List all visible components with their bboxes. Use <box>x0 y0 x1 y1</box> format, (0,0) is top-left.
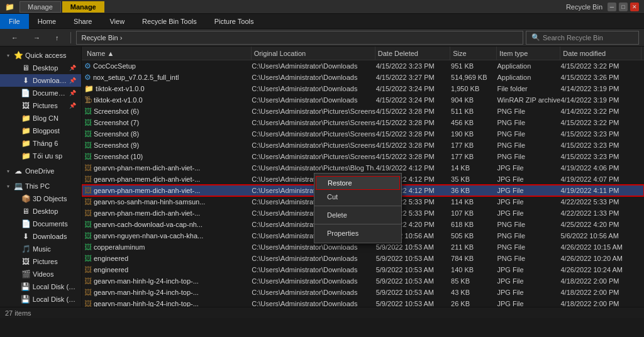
table-row[interactable]: 🖼 engineered C:\Users\Administrator\Down… <box>82 264 644 275</box>
sidebar-item-documents[interactable]: 📄Documents📌 <box>0 87 81 99</box>
cell-type: JPG File <box>497 300 560 307</box>
cell-date-deleted: 4/19/2022 4:12 PM <box>376 164 451 172</box>
cell-type: JPG File <box>497 187 560 194</box>
folder-icon: 📄 <box>21 219 30 228</box>
png-icon: 🖼 <box>84 118 92 127</box>
search-box[interactable]: 🔍 Search Recycle Bin <box>526 31 639 45</box>
menu-recycle-bin-tools[interactable]: Recycle Bin Tools <box>133 14 206 29</box>
cell-location: C:\Users\Administrator\Pictures\Blog Th.… <box>252 164 375 172</box>
sidebar-item-tháng-6[interactable]: 📁Tháng 6 <box>0 137 81 150</box>
jpg-icon: 🖼 <box>84 265 92 274</box>
col-header-date-deleted[interactable]: Date Deleted <box>375 47 451 60</box>
table-row[interactable]: 🖼 Screenshot (9) C:\Users\Administrator\… <box>82 140 644 151</box>
col-header-size[interactable]: Size <box>450 47 497 60</box>
ribbon-back[interactable]: ← <box>5 30 25 45</box>
cell-date-modified: 4/14/2022 3:19 PM <box>560 85 641 92</box>
menu-file[interactable]: File <box>0 14 29 29</box>
tab-manage-1[interactable]: Manage <box>19 1 61 13</box>
sidebar-item-desktop[interactable]: 🖥Desktop📌 <box>0 62 81 74</box>
expand-icon[interactable]: ▾ <box>5 168 11 174</box>
sidebar-item-blog-cn[interactable]: 📁Blog CN <box>0 112 81 124</box>
context-menu-item-properties[interactable]: Properties <box>314 226 401 240</box>
sidebar: ▾⭐Quick access🖥Desktop📌⬇Downloads📌📄Docum… <box>0 47 82 307</box>
sidebar-item-downloads[interactable]: ⬇Downloads <box>0 230 81 243</box>
cell-type: JPG File <box>497 266 560 273</box>
cell-size: 114 KB <box>451 198 497 206</box>
sidebar-item-documents[interactable]: 📄Documents <box>0 218 81 230</box>
sidebar-item-blogpost[interactable]: 📁Blogpost <box>0 124 81 137</box>
sidebar-item-tối-ưu-sp[interactable]: 📁Tối ưu sp <box>0 150 81 162</box>
cell-size: 14 KB <box>451 164 497 172</box>
table-row[interactable]: 🖼 Screenshot (6) C:\Users\Administrator\… <box>82 106 644 117</box>
folder-icon: ⬇ <box>21 76 30 85</box>
cell-type: PNG File <box>497 153 560 160</box>
cell-date-deleted: 4/15/2022 3:28 PM <box>376 130 451 138</box>
sidebar-item-local-disk-c:[interactable]: 💾Local Disk (C:) <box>0 280 81 293</box>
table-row[interactable]: ⚙ nox_setup_v7.0.2.5_full_intl C:\Users\… <box>82 72 644 83</box>
table-row[interactable]: 📁 tiktok-ext-v1.0.0 C:\Users\Administrat… <box>82 83 644 94</box>
menu-picture-tools[interactable]: Picture Tools <box>206 14 263 29</box>
cell-date-modified: 4/15/2022 3:22 PM <box>560 119 641 126</box>
cell-date-modified: 4/25/2022 4:20 PM <box>560 221 641 228</box>
cell-location: C:\Users\Administrator\Downloads <box>252 289 375 296</box>
sidebar-item-music[interactable]: 🎵Music <box>0 243 81 255</box>
table-row[interactable]: 🖼 Screenshot (7) C:\Users\Administrator\… <box>82 117 644 128</box>
table-row[interactable]: 🖼 gearvn-man-hinh-lg-24-inch-top-... C:\… <box>82 287 644 298</box>
col-header-name[interactable]: Name ▲ <box>84 47 252 60</box>
sidebar-item-local-disk-d:[interactable]: 💾Local Disk (D:) <box>0 293 81 306</box>
sidebar-item-downloads[interactable]: ⬇Downloads📌 <box>0 74 81 87</box>
cell-date-modified: 4/15/2022 3:22 PM <box>560 62 641 70</box>
context-menu-item-restore[interactable]: Restore <box>316 176 400 190</box>
sidebar-item-onedrive[interactable]: ▾☁OneDrive <box>0 165 81 177</box>
menu-view[interactable]: View <box>101 14 133 29</box>
app-icon: 📁 <box>5 3 14 11</box>
table-row[interactable]: 🖼 gearvn-man-hinh-lg-24-inch-top-... C:\… <box>82 298 644 307</box>
sidebar-item-desktop[interactable]: 🖥Desktop <box>0 205 81 218</box>
table-row[interactable]: 🖼 engineered C:\Users\Administrator\Down… <box>82 253 644 264</box>
table-row[interactable]: 🖼 gearvn-phan-mem-dich-anh-viet-... C:\U… <box>82 162 644 174</box>
pin-icon: 📌 <box>69 90 76 96</box>
menu-share[interactable]: Share <box>65 14 101 29</box>
cell-location: C:\Users\Administrator\Pictures\Screens.… <box>252 141 375 149</box>
sidebar-item-pictures[interactable]: 🖼Pictures📌 <box>0 99 81 112</box>
ribbon-forward[interactable]: → <box>27 30 47 45</box>
context-menu-item-cut[interactable]: Cut <box>314 190 401 204</box>
cell-size: 784 KB <box>451 255 497 262</box>
expand-icon[interactable]: ▾ <box>5 52 11 58</box>
menu-home[interactable]: Home <box>29 14 65 29</box>
address-path[interactable]: Recycle Bin › <box>76 31 524 45</box>
maximize-button[interactable]: □ <box>619 3 628 11</box>
cell-type: PNG File <box>497 232 560 240</box>
cell-location: C:\Users\Administrator\Downloads <box>252 62 375 70</box>
sidebar-label: OneDrive <box>25 167 54 175</box>
sidebar-item-pictures[interactable]: 🖼Pictures <box>0 255 81 268</box>
sidebar-item-this-pc[interactable]: ▾💻This PC <box>0 180 81 192</box>
jpg-icon: 🖼 <box>84 299 92 307</box>
col-header-date-modified[interactable]: Date modified <box>560 47 641 60</box>
status-bar: 27 items <box>0 307 644 318</box>
table-row[interactable]: 🗜 tiktok-ext-v1.0.0 C:\Users\Administrat… <box>82 94 644 106</box>
tab-manage-2[interactable]: Manage <box>62 1 104 13</box>
sidebar-label: Tối ưu sp <box>33 152 62 160</box>
cell-date-modified: 4/18/2022 2:00 PM <box>560 277 641 285</box>
sidebar-item-quick-access[interactable]: ▾⭐Quick access <box>0 49 81 62</box>
folder-icon: 💻 <box>14 182 23 191</box>
table-row[interactable]: 🖼 gearvn-man-hinh-lg-24-inch-top-... C:\… <box>82 275 644 287</box>
context-menu-item-delete[interactable]: Delete <box>314 208 401 222</box>
expand-icon[interactable]: ▾ <box>5 183 11 189</box>
cell-location: C:\Users\Administrator\Downloads <box>252 300 375 307</box>
sidebar-item-3d-objects[interactable]: 📦3D Objects <box>0 192 81 205</box>
col-header-location[interactable]: Original Location <box>252 47 375 60</box>
sidebar-item-videos[interactable]: 🎬Videos <box>0 268 81 280</box>
close-button[interactable]: ✕ <box>630 3 639 11</box>
cell-size: 951 KB <box>451 62 497 70</box>
table-row[interactable]: 🖼 Screenshot (8) C:\Users\Administrator\… <box>82 128 644 140</box>
sidebar-label: Blogpost <box>33 127 60 135</box>
minimize-button[interactable]: ─ <box>608 3 616 11</box>
ribbon-up[interactable]: ↑ <box>49 30 65 45</box>
cell-date-deleted: 5/9/2022 10:53 AM <box>376 243 451 251</box>
table-row[interactable]: 🖼 Screenshot (10) C:\Users\Administrator… <box>82 151 644 162</box>
table-row[interactable]: ⚙ CocCocSetup C:\Users\Administrator\Dow… <box>82 60 644 72</box>
cell-type: JPG File <box>497 198 560 206</box>
col-header-type[interactable]: Item type <box>497 47 560 60</box>
